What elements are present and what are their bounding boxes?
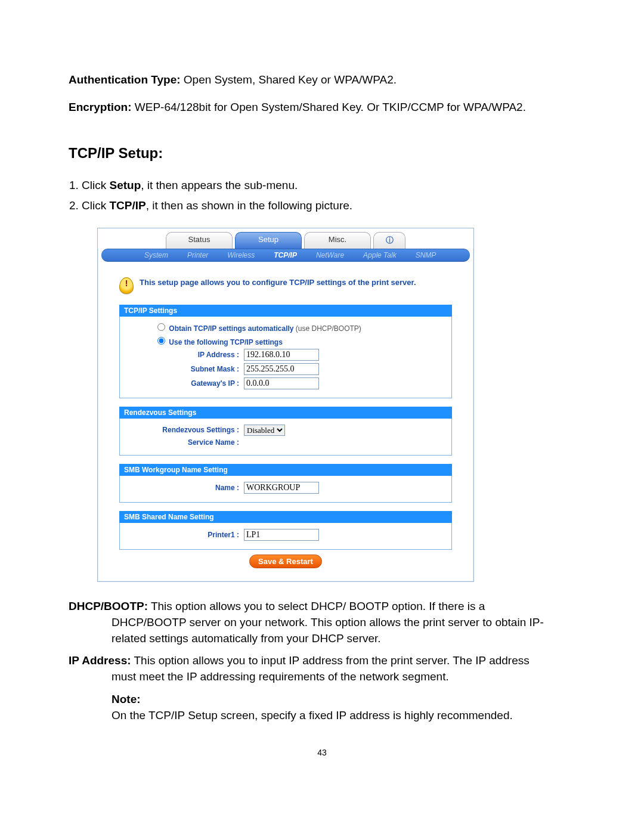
desc-dhcp-line2: DHCP/BOOTP server on your network. This … (69, 615, 575, 647)
embedded-ui-body: This setup page allows you to configure … (98, 262, 473, 581)
label-rendezvous: Rendezvous Settings : (126, 426, 244, 434)
select-rendezvous[interactable]: Disabled (244, 425, 285, 436)
step-list: Click Setup, it then appears the sub-men… (82, 176, 575, 216)
group-body-smb-workgroup: Name : (119, 476, 452, 503)
desc-ip-line1: This option allows you to input IP addre… (131, 654, 530, 667)
desc-dhcp: DHCP/BOOTP: This option allows you to se… (69, 599, 575, 647)
subtab-tcpip[interactable]: TCP/IP (273, 250, 298, 260)
document-page: Authentication Type: Open System, Shared… (0, 0, 644, 781)
radio-auto-input[interactable] (157, 323, 165, 331)
warning-icon (119, 277, 134, 294)
label-subnet-mask: Subnet Mask : (126, 365, 244, 373)
subtab-printer[interactable]: Printer (186, 250, 209, 260)
intro-text: This setup page allows you to configure … (140, 277, 416, 288)
label-printer1: Printer1 : (126, 531, 244, 539)
input-subnet-mask[interactable] (244, 363, 319, 375)
section-heading-tcpip: TCP/IP Setup: (69, 145, 575, 162)
subtab-netware[interactable]: NetWare (315, 250, 345, 260)
note-block: Note: On the TCP/IP Setup screen, specif… (69, 691, 575, 724)
input-gateway-ip[interactable] (244, 377, 319, 389)
step-1: Click Setup, it then appears the sub-men… (82, 176, 575, 195)
note-text: On the TCP/IP Setup screen, specify a fi… (112, 707, 575, 724)
label-gateway-ip: Gateway's IP : (126, 379, 244, 388)
radio-auto-hint: (use DHCP/BOOTP) (294, 324, 361, 333)
radio-auto-label: Obtain TCP/IP settings automatically (169, 324, 293, 333)
input-printer1[interactable] (244, 529, 319, 541)
group-header-smb-workgroup: SMB Workgroup Name Setting (119, 464, 452, 476)
subtab-wireless[interactable]: Wireless (226, 250, 256, 260)
radio-manual[interactable]: Use the following TCP/IP settings (154, 335, 445, 346)
desc-dhcp-line1: This option allows you to select DHCP/ B… (148, 600, 485, 612)
para-encryption: Encryption: WEP-64/128bit for Open Syste… (69, 99, 575, 116)
tab-status[interactable]: Status (166, 232, 233, 249)
subtab-system[interactable]: System (143, 250, 169, 260)
text-auth-type: Open System, Shared Key or WPA/WPA2. (181, 73, 397, 86)
label-auth-type: Authentication Type: (69, 73, 181, 86)
page-number: 43 (69, 748, 575, 757)
label-ip-address: IP Address : (126, 351, 244, 359)
main-tab-bar: Status Setup Misc. ⓘ (98, 228, 473, 249)
radio-manual-input[interactable] (157, 337, 165, 345)
radio-auto[interactable]: Obtain TCP/IP settings automatically (us… (154, 321, 445, 333)
input-ip-address[interactable] (244, 349, 319, 361)
text-encryption: WEP-64/128bit for Open System/Shared Key… (132, 101, 526, 113)
desc-dhcp-label: DHCP/BOOTP: (69, 600, 148, 612)
desc-ip-label: IP Address: (69, 654, 131, 667)
group-body-smb-shared: Printer1 : (119, 523, 452, 550)
group-header-smb-shared: SMB Shared Name Setting (119, 511, 452, 523)
intro-row: This setup page allows you to configure … (119, 277, 452, 294)
label-encryption: Encryption: (69, 101, 132, 113)
label-service-name: Service Name : (126, 438, 244, 447)
subtab-snmp[interactable]: SNMP (414, 250, 438, 260)
tab-misc[interactable]: Misc. (304, 232, 371, 249)
radio-manual-label: Use the following TCP/IP settings (169, 338, 282, 346)
desc-ip-line2: must meet the IP addressing requirements… (69, 669, 575, 685)
group-body-tcpip: Obtain TCP/IP settings automatically (us… (119, 317, 452, 398)
group-header-tcpip: TCP/IP Settings (119, 305, 452, 317)
tab-info-icon[interactable]: ⓘ (373, 232, 405, 249)
tab-setup[interactable]: Setup (235, 232, 302, 249)
para-auth: Authentication Type: Open System, Shared… (69, 72, 575, 88)
note-label: Note: (112, 691, 575, 708)
group-header-rendezvous: Rendezvous Settings (119, 407, 452, 419)
sub-tab-bar: System Printer Wireless TCP/IP NetWare A… (101, 249, 470, 262)
subtab-appletalk[interactable]: Apple Talk (362, 250, 398, 260)
group-body-rendezvous: Rendezvous Settings : Disabled Service N… (119, 419, 452, 456)
desc-ip: IP Address: This option allows you to in… (69, 653, 575, 685)
step-2: Click TCP/IP, it then as shown in the fo… (82, 196, 575, 215)
save-restart-button[interactable]: Save & Restart (249, 555, 322, 568)
input-workgroup-name[interactable] (244, 482, 319, 494)
label-workgroup-name: Name : (126, 484, 244, 492)
embedded-ui: Status Setup Misc. ⓘ System Printer Wire… (97, 228, 474, 582)
